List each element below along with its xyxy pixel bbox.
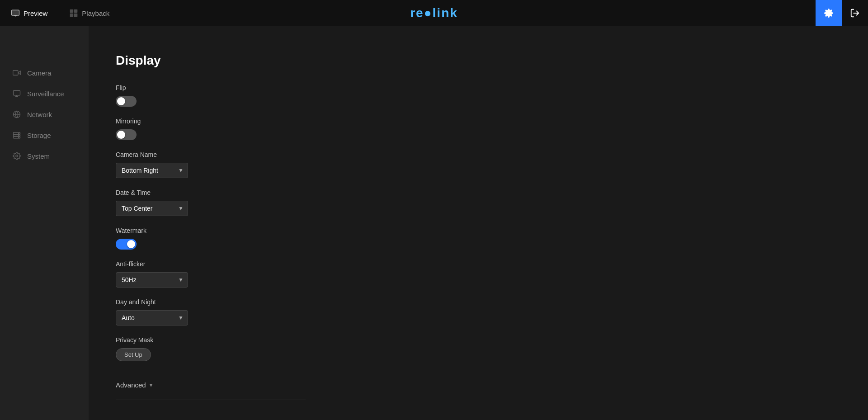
svg-rect-5: [74, 14, 78, 17]
sidebar-item-camera[interactable]: Camera: [0, 62, 89, 83]
svg-rect-1: [12, 10, 19, 15]
day-night-dropdown-container: Auto Day Night Schedule ▼: [116, 310, 188, 326]
mirroring-toggle-thumb: [117, 131, 125, 139]
system-icon: [13, 152, 21, 160]
sidebar-item-network[interactable]: Network: [0, 104, 89, 125]
anti-flicker-dropdown-container: 50Hz 60Hz Outdoor ▼: [116, 272, 188, 288]
day-night-select[interactable]: Auto Day Night Schedule: [116, 310, 188, 326]
privacy-mask-setup-button[interactable]: Set Up: [116, 348, 151, 361]
mirroring-toggle[interactable]: [116, 129, 137, 140]
camera-name-label: Camera Name: [116, 151, 306, 158]
settings-button[interactable]: [816, 0, 842, 26]
page-title: Display: [116, 53, 841, 68]
nav-playback[interactable]: Playback: [58, 0, 120, 26]
sidebar-camera-label: Camera: [27, 69, 51, 77]
date-time-field: Date & Time Top Center Top Left Top Righ…: [116, 189, 306, 216]
svg-point-12: [19, 133, 19, 134]
mirroring-toggle-track: [116, 129, 137, 140]
watermark-toggle-thumb: [127, 240, 135, 248]
advanced-label: Advanced: [116, 381, 146, 389]
privacy-mask-field: Privacy Mask Set Up: [116, 336, 306, 361]
svg-rect-2: [70, 9, 74, 13]
header-nav: Preview Playback: [0, 0, 120, 26]
flip-label: Flip: [116, 84, 306, 91]
anti-flicker-select[interactable]: 50Hz 60Hz Outdoor: [116, 272, 188, 288]
gear-icon: [824, 8, 834, 18]
flip-field: Flip: [116, 84, 306, 107]
sidebar-surveillance-label: Surveillance: [27, 90, 64, 98]
svg-point-13: [19, 135, 19, 136]
date-time-dropdown-container: Top Center Top Left Top Right Bottom Lef…: [116, 201, 188, 216]
logo-text: re●link: [410, 6, 458, 20]
sidebar-item-system[interactable]: System: [0, 146, 89, 166]
day-night-label: Day and Night: [116, 298, 306, 306]
watermark-field: Watermark: [116, 227, 306, 250]
header: Preview Playback re●link: [0, 0, 868, 26]
sidebar-item-surveillance[interactable]: Surveillance: [0, 83, 89, 104]
flip-toggle-thumb: [117, 97, 125, 105]
svg-point-15: [16, 155, 18, 157]
watermark-toggle[interactable]: [116, 239, 137, 250]
logo: re●link: [410, 6, 458, 20]
network-icon: [13, 110, 21, 118]
content-area: Display Flip Mirroring: [89, 26, 868, 420]
storage-icon: [13, 131, 21, 139]
surveillance-icon: [13, 90, 21, 98]
anti-flicker-field: Anti-flicker 50Hz 60Hz Outdoor ▼: [116, 260, 306, 288]
sidebar-system-label: System: [27, 152, 50, 160]
display-form: Flip Mirroring Camera Name: [116, 84, 306, 361]
mirroring-label: Mirroring: [116, 118, 306, 125]
nav-preview[interactable]: Preview: [0, 0, 58, 26]
flip-toggle[interactable]: [116, 96, 137, 107]
camera-name-dropdown-container: Bottom Right Top Left Top Right Bottom L…: [116, 163, 188, 178]
camera-icon: [13, 69, 21, 77]
advanced-section: Advanced ▾: [116, 372, 841, 389]
exit-button[interactable]: [842, 0, 868, 26]
watermark-label: Watermark: [116, 227, 306, 234]
svg-point-14: [19, 137, 19, 138]
sidebar-network-label: Network: [27, 111, 52, 118]
header-actions: [816, 0, 868, 26]
svg-rect-4: [70, 14, 74, 17]
playback-icon: [69, 9, 78, 18]
mirroring-field: Mirroring: [116, 118, 306, 140]
sidebar: Camera Surveillance Network: [0, 26, 89, 420]
svg-rect-3: [74, 9, 78, 13]
privacy-mask-label: Privacy Mask: [116, 336, 306, 344]
date-time-label: Date & Time: [116, 189, 306, 196]
preview-label: Preview: [24, 9, 47, 17]
bottom-divider: [116, 400, 306, 400]
exit-icon: [850, 8, 860, 18]
anti-flicker-label: Anti-flicker: [116, 260, 306, 268]
camera-name-field: Camera Name Bottom Right Top Left Top Ri…: [116, 151, 306, 178]
camera-name-select[interactable]: Bottom Right Top Left Top Right Bottom L…: [116, 163, 188, 178]
main-layout: Camera Surveillance Network: [0, 26, 868, 420]
preview-icon: [11, 9, 20, 18]
advanced-chevron-icon: ▾: [150, 382, 152, 388]
advanced-header[interactable]: Advanced ▾: [116, 381, 841, 389]
svg-rect-6: [13, 71, 18, 76]
sidebar-storage-label: Storage: [27, 132, 51, 139]
watermark-toggle-track: [116, 239, 137, 250]
sidebar-item-storage[interactable]: Storage: [0, 125, 89, 146]
playback-label: Playback: [82, 9, 109, 17]
svg-rect-7: [14, 90, 20, 95]
day-night-field: Day and Night Auto Day Night Schedule ▼: [116, 298, 306, 326]
flip-toggle-track: [116, 96, 137, 107]
date-time-select[interactable]: Top Center Top Left Top Right Bottom Lef…: [116, 201, 188, 216]
